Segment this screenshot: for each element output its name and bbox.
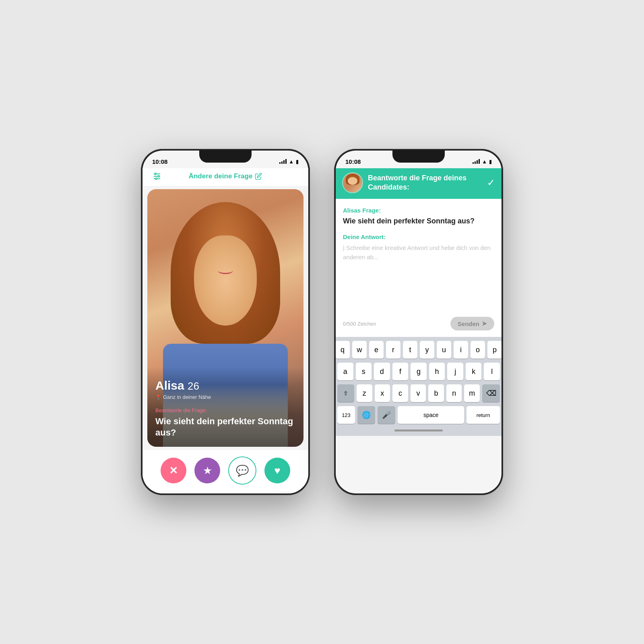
key-f[interactable]: f xyxy=(392,363,409,380)
header-text-block: Beantworte die Frage deines Candidates: xyxy=(368,173,482,192)
phone-1: 10:08 ▲ ▮ xyxy=(141,149,310,495)
key-m[interactable]: m xyxy=(464,384,480,402)
char-count: 0/500 Zeichen xyxy=(343,321,376,327)
key-j[interactable]: j xyxy=(447,363,463,380)
dislike-button[interactable]: ✕ xyxy=(161,458,186,483)
answer-textarea-area[interactable]: | Schreibe eine kreative Antwort und heb… xyxy=(343,244,494,308)
smile-decoration xyxy=(218,267,233,275)
home-bar xyxy=(394,429,443,431)
profile-photo-card[interactable]: Alisa 26 Ganz in deiner Nähe Beantworte … xyxy=(147,189,303,447)
notch-2 xyxy=(392,151,445,163)
header-title: Beantworte die Frage deines Candidates: xyxy=(368,173,482,192)
key-d[interactable]: d xyxy=(374,363,390,380)
message-button[interactable]: 💬 xyxy=(228,456,256,485)
status-icons-1: ▲ ▮ xyxy=(279,159,299,165)
avatar-image xyxy=(343,173,362,192)
status-time-1: 10:08 xyxy=(152,158,167,165)
change-question-label: Ändere deine Frage xyxy=(189,172,253,180)
keyboard-row-3: ⇧ z x c v b n m ⌫ xyxy=(337,384,500,402)
profile-location: Ganz in deiner Nähe xyxy=(155,394,295,400)
key-q[interactable]: q xyxy=(336,341,350,359)
space-key[interactable]: space xyxy=(398,406,464,424)
key-c[interactable]: c xyxy=(392,384,408,402)
location-pin-icon xyxy=(155,394,161,400)
key-i[interactable]: i xyxy=(454,341,468,359)
keyboard: q w e r t y u i o p a s d f g xyxy=(336,337,502,436)
filter-icon xyxy=(152,171,162,181)
pencil-icon xyxy=(255,173,262,180)
dislike-icon: ✕ xyxy=(169,464,178,477)
key-t[interactable]: t xyxy=(403,341,417,359)
teal-question-header: Beantworte die Frage deines Candidates: … xyxy=(336,168,502,199)
svg-point-5 xyxy=(155,178,157,180)
key-p[interactable]: p xyxy=(487,341,502,359)
superlike-icon: ★ xyxy=(203,464,212,477)
shift-key[interactable]: ⇧ xyxy=(337,384,354,402)
send-button[interactable]: Senden ➤ xyxy=(450,317,494,330)
globe-key[interactable]: 🌐 xyxy=(357,406,375,424)
key-h[interactable]: h xyxy=(429,363,445,380)
key-r[interactable]: r xyxy=(386,341,400,359)
key-g[interactable]: g xyxy=(411,363,427,380)
key-y[interactable]: y xyxy=(420,341,434,359)
key-o[interactable]: o xyxy=(471,341,485,359)
face-decoration xyxy=(194,235,256,326)
like-button[interactable]: ♥ xyxy=(264,458,290,483)
return-key[interactable]: return xyxy=(466,406,500,424)
wifi-icon-1: ▲ xyxy=(289,159,294,165)
signal-icon-1 xyxy=(279,159,287,164)
change-question-link[interactable]: Ändere deine Frage xyxy=(189,172,262,180)
key-b[interactable]: b xyxy=(428,384,444,402)
answer-placeholder-text: | Schreibe eine kreative Antwort und heb… xyxy=(343,244,494,262)
avatar-face xyxy=(348,177,357,185)
keyboard-row-4: 123 🌐 🎤 space return xyxy=(337,406,500,424)
keyboard-row-1: q w e r t y u i o p xyxy=(337,341,500,359)
bottom-navigation: ♡ Entdecken ⊞ Spiele 💬 Chat 👤 0 Me xyxy=(142,491,308,493)
key-v[interactable]: v xyxy=(411,384,426,402)
svg-point-4 xyxy=(158,175,159,177)
profile-question-text: Wie sieht dein perfekter Sonntag aus? xyxy=(155,416,295,439)
status-icons-2: ▲ ▮ xyxy=(473,159,492,165)
wifi-icon-2: ▲ xyxy=(482,159,487,165)
collapse-button[interactable]: ✓ xyxy=(487,177,495,188)
key-s[interactable]: s xyxy=(356,363,372,380)
key-n[interactable]: n xyxy=(446,384,462,402)
key-e[interactable]: e xyxy=(369,341,384,359)
message-icon: 💬 xyxy=(236,464,249,477)
key-z[interactable]: z xyxy=(357,384,372,402)
keyboard-row-2: a s d f g h j k l xyxy=(337,363,500,380)
svg-point-3 xyxy=(155,173,156,175)
notch-1 xyxy=(199,151,252,163)
key-u[interactable]: u xyxy=(437,341,451,359)
delete-key[interactable]: ⌫ xyxy=(482,384,500,402)
like-icon: ♥ xyxy=(274,464,280,477)
battery-icon-2: ▮ xyxy=(489,159,492,165)
filter-button[interactable] xyxy=(151,170,163,183)
microphone-key[interactable]: 🎤 xyxy=(378,406,395,424)
numbers-key[interactable]: 123 xyxy=(337,406,355,424)
answer-label: Deine Antwort: xyxy=(343,233,494,240)
answer-card: Alisas Frage: Wie sieht dein perfekter S… xyxy=(336,199,502,337)
key-x[interactable]: x xyxy=(375,384,390,402)
profile-age: 26 xyxy=(188,380,199,392)
photo-overlay: Alisa 26 Ganz in deiner Nähe Beantworte … xyxy=(147,367,303,447)
phone-2: 10:08 ▲ ▮ xyxy=(334,149,503,495)
status-time-2: 10:08 xyxy=(345,158,361,165)
question-label: Alisas Frage: xyxy=(343,207,494,214)
action-buttons-row: ✕ ★ 💬 ♥ xyxy=(142,450,308,491)
send-icon: ➤ xyxy=(482,320,487,327)
question-text: Wie sieht dein perfekter Sonntag aus? xyxy=(343,216,494,226)
signal-icon-2 xyxy=(473,159,480,164)
key-w[interactable]: w xyxy=(352,341,367,359)
candidate-avatar xyxy=(342,172,363,193)
key-a[interactable]: a xyxy=(337,363,353,380)
answer-footer: 0/500 Zeichen Senden ➤ xyxy=(343,313,494,337)
send-label: Senden xyxy=(458,320,479,327)
home-bar-area xyxy=(337,426,500,434)
key-k[interactable]: k xyxy=(466,363,482,380)
key-l[interactable]: l xyxy=(484,363,500,380)
superlike-button[interactable]: ★ xyxy=(194,458,220,483)
profile-name: Alisa 26 xyxy=(155,379,295,392)
battery-icon-1: ▮ xyxy=(296,159,299,165)
phone1-header: Ändere deine Frage xyxy=(142,168,308,186)
